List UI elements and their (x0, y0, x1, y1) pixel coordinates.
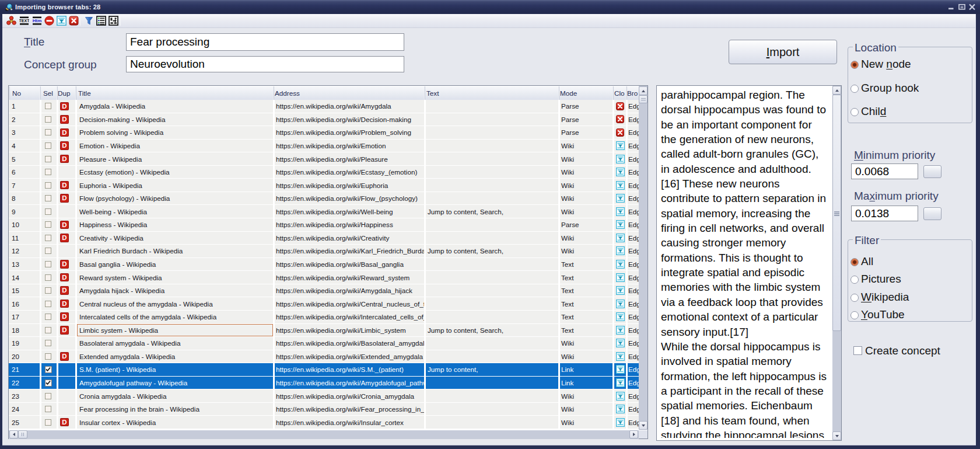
svg-text:Htm: Htm (33, 18, 42, 23)
svg-text:TEXT: TEXT (19, 19, 29, 23)
